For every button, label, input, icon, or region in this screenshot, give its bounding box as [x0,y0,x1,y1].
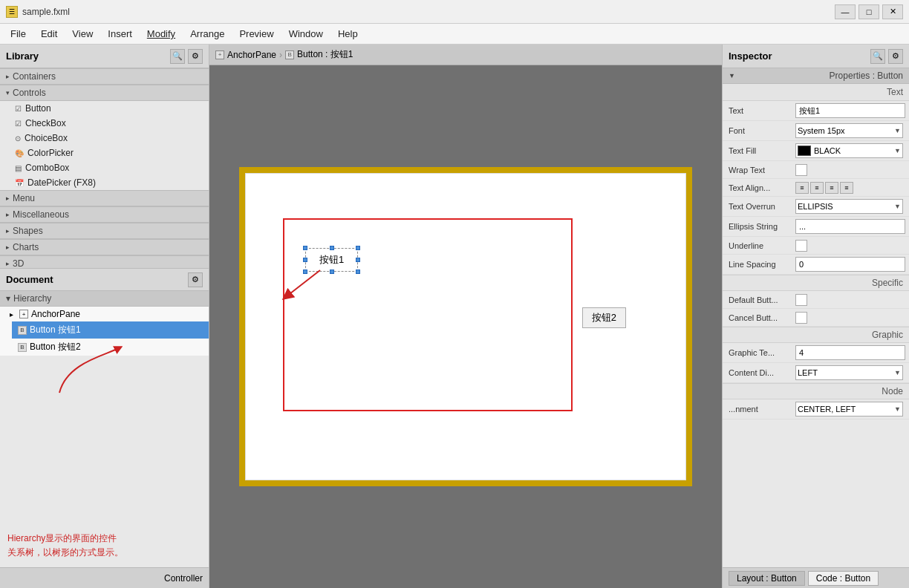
breadcrumb-button-label: Button : 按钮1 [297,48,353,61]
align-right-button[interactable]: ≡ [825,182,838,194]
inspector-select-font[interactable]: System 15px ▼ [795,123,903,138]
library-section-charts[interactable]: ▸ Charts [0,239,209,255]
inspector-input-ellipsis[interactable] [795,219,905,234]
canvas-button2[interactable]: 按钮2 [582,307,626,328]
inspector-gear-button[interactable]: ⚙ [888,49,903,64]
inspector-tools[interactable]: 🔍 ⚙ [870,49,903,64]
menu-view[interactable]: View [65,25,100,42]
title-bar: ☰ sample.fxml — □ ✕ [0,0,909,24]
inspector-section-graphic: Graphic [723,327,909,343]
inspector-row-textfill: Text Fill BLACK ▼ [723,141,909,161]
inspector-row-underline: Underline [723,237,909,255]
canvas-area[interactable]: 按钮1 按钮2 [209,65,722,588]
library-item-button-label: Button [25,103,51,114]
controller-bar: Controller [0,567,209,588]
menu-file[interactable]: File [3,25,33,42]
inspector-footer-layout-tab[interactable]: Layout : Button [729,571,805,586]
menu-window[interactable]: Window [281,25,330,42]
inspector-label-text: Text [729,106,795,115]
inspector-search-button[interactable]: 🔍 [870,49,885,64]
library-section-misc[interactable]: ▸ Miscellaneous [0,206,209,223]
inspector-select-alignment[interactable]: CENTER, LEFT ▼ [795,402,903,416]
inspector-label-defaultbtn: Default Butt... [729,295,795,304]
library-item-checkbox[interactable]: ☑ CheckBox [0,116,209,131]
anchorpane-label: AnchorPane [31,309,80,319]
library-item-colorpicker[interactable]: 🎨 ColorPicker [0,146,209,160]
inspector-checkbox-underline[interactable] [795,240,807,252]
inspector-title: Inspector [729,50,772,62]
sel-handle-mr [356,258,360,262]
library-section-3d[interactable]: ▸ 3D [0,255,209,268]
library-section-shapes[interactable]: ▸ Shapes [0,223,209,239]
library-search-button[interactable]: 🔍 [170,49,185,64]
library-section-controls[interactable]: ▾ Controls [0,85,209,101]
3d-arrow: ▸ [6,260,10,267]
align-center-button[interactable]: ≡ [810,182,824,194]
containers-label: Containers [13,71,56,82]
properties-header: ▼ Properties : Button [723,68,909,84]
inspector-row-graphicte: Graphic Te... [723,343,909,363]
annotation-arrow-svg [45,341,134,400]
library-section-menu[interactable]: ▸ Menu [0,190,209,206]
sel-handle-br [356,270,360,274]
inspector-label-ellipsis: Ellipsis String [729,222,795,231]
inspector-header: Inspector 🔍 ⚙ [723,45,909,68]
breadcrumb-bar: + AnchorPane › B Button : 按钮1 [209,45,722,65]
library-tools[interactable]: 🔍 ⚙ [170,49,203,64]
inspector-align-buttons[interactable]: ≡ ≡ ≡ ≡ [795,182,853,194]
canvas-inner[interactable]: 按钮1 按钮2 [245,173,686,480]
minimize-button[interactable]: — [835,4,856,19]
menu-help[interactable]: Help [330,25,365,42]
window-controls[interactable]: — □ ✕ [835,4,903,19]
sel-handle-bl [303,270,307,274]
align-justify-button[interactable]: ≡ [840,182,853,194]
inspector-input-text[interactable] [795,103,905,118]
inspector-row-textoverrun: Text Overrun ELLIPSIS ▼ [723,197,909,217]
hier-item-button1[interactable]: B Button 按钮1 [12,321,209,339]
inspector-checkbox-wraptext[interactable] [795,164,807,176]
inspector-row-linespacing: Line Spacing [723,255,909,275]
inspector-footer-code-tab[interactable]: Code : Button [808,571,879,586]
menu-edit[interactable]: Edit [33,25,65,42]
menu-preview[interactable]: Preview [232,25,281,42]
library-gear-button[interactable]: ⚙ [188,49,203,64]
inspector-label-font: Font [729,126,795,135]
properties-arrow: ▼ [729,72,735,79]
inspector-checkbox-defaultbtn[interactable] [795,294,807,306]
controls-arrow: ▾ [6,89,10,97]
expand-icon: ▸ [6,310,16,318]
charts-arrow: ▸ [6,244,10,251]
choicebox-icon: ⊙ [15,134,21,143]
left-panel: Library 🔍 ⚙ ▸ Containers ▾ Controls ☑ Bu… [0,45,209,588]
alignment-dropdown-arrow: ▼ [894,405,901,413]
menu-modify[interactable]: Modify [140,25,183,42]
annotation-text: Hierarchy显示的界面的控件关系树，以树形的方式显示。 [7,532,123,560]
library-section-containers[interactable]: ▸ Containers [0,68,209,85]
canvas-button1[interactable]: 按钮1 [305,248,358,272]
inspector-select-contentdi[interactable]: LEFT ▼ [795,365,903,380]
hierarchy-arrow: ▾ [6,293,10,304]
library-item-button[interactable]: ☑ Button [0,101,209,116]
inspector-checkbox-cancelbtn[interactable] [795,312,807,324]
inspector-input-linespacing[interactable] [795,257,905,272]
inspector-row-text: Text [723,101,909,121]
library-item-datepicker[interactable]: 📅 DatePicker (FX8) [0,175,209,190]
inspector-select-textfill[interactable]: BLACK ▼ [795,143,903,158]
inspector-select-textoverrun[interactable]: ELLIPSIS ▼ [795,199,903,214]
inspector-label-contentdi: Content Di... [729,368,795,377]
inspector-row-font: Font System 15px ▼ [723,121,909,141]
library-item-choicebox[interactable]: ⊙ ChoiceBox [0,131,209,146]
close-button[interactable]: ✕ [882,4,903,19]
menu-insert[interactable]: Insert [100,25,140,42]
hier-item-anchorpane[interactable]: ▸ + AnchorPane [0,307,209,321]
inspector-input-graphicte[interactable] [795,345,905,360]
library-header: Library 🔍 ⚙ [0,45,209,68]
maximize-button[interactable]: □ [858,4,879,19]
document-gear-button[interactable]: ⚙ [188,272,203,287]
library-item-combobox[interactable]: ▤ ComboBox [0,160,209,175]
library-item-combobox-label: ComboBox [25,163,69,173]
font-dropdown-arrow: ▼ [894,127,901,134]
align-left-button[interactable]: ≡ [795,182,809,194]
textfill-dropdown-arrow: ▼ [894,147,901,154]
menu-arrange[interactable]: Arrange [183,25,232,42]
